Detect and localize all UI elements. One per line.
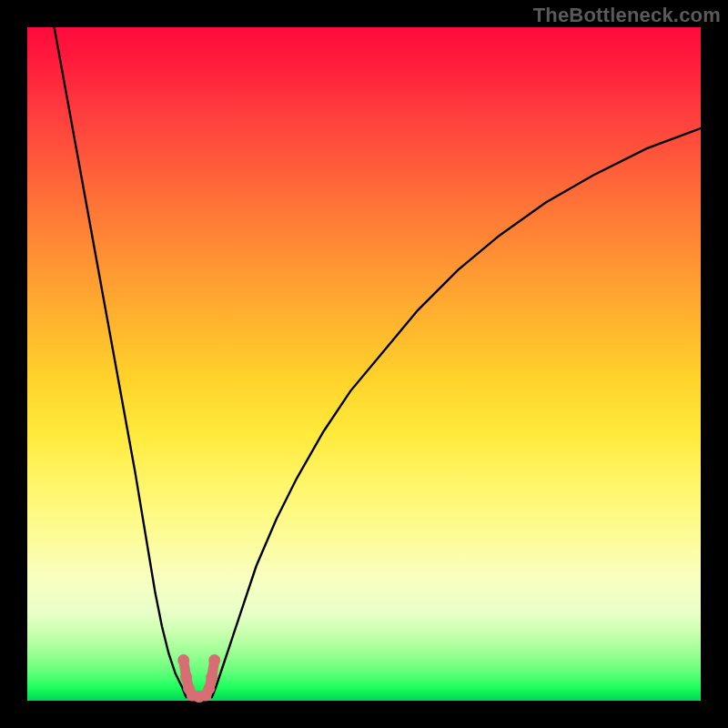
bottleneck-curve <box>55 27 701 697</box>
chart-plot-area <box>27 27 701 701</box>
valley-marker-dot <box>206 672 217 683</box>
watermark-text: TheBottleneck.com <box>533 4 721 27</box>
valley-marker-dot <box>177 654 189 666</box>
valley-marker-dot <box>208 654 220 666</box>
valley-marker-dot <box>203 682 215 694</box>
chart-frame: TheBottleneck.com <box>0 0 728 728</box>
curve-right-branch <box>212 128 701 697</box>
chart-svg <box>27 27 701 701</box>
valley-marker <box>177 654 220 703</box>
curve-left-branch <box>55 27 187 697</box>
valley-marker-dot <box>180 672 192 683</box>
